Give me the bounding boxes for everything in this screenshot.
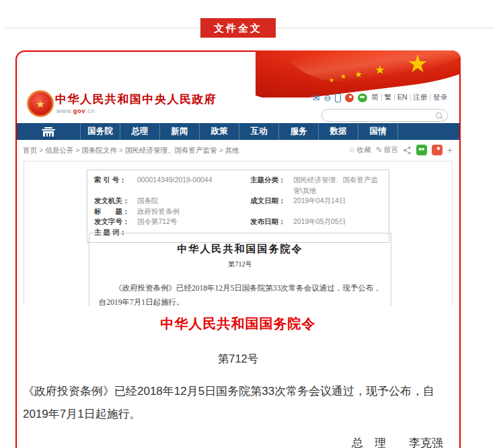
breadcrumb-info-disclosure[interactable]: 信息公开 — [45, 146, 73, 154]
national-emblem-logo[interactable]: ★ — [27, 90, 54, 117]
home-tiananmen-icon — [40, 127, 57, 137]
decree-preview-title: 中华人民共和国国务院令 — [99, 243, 381, 256]
search-input[interactable] — [328, 110, 431, 120]
meta-label: 成文日期： — [250, 196, 293, 207]
meta-value-written-date: 2019年04月14日 — [293, 196, 346, 207]
comment-button[interactable]: ✎留言 — [376, 145, 398, 155]
meta-row: 发文字号：国令第712号 发布日期：2019年05月05日 — [94, 217, 382, 227]
lang-english-link[interactable]: EN — [397, 93, 408, 101]
meta-row: 发文机关：国务院 成文日期：2019年04月14日 — [94, 196, 382, 207]
breadcrumb-bar: 首页>信息公开>国务院文件>国民经济管理、国有资产监管>其他 ☆收藏 ✎留言 + — [17, 140, 459, 160]
more-share-button[interactable]: + — [447, 145, 453, 155]
register-link[interactable]: 注册 — [413, 93, 427, 101]
mobile-icon[interactable] — [335, 94, 341, 102]
meta-label: 发文字号： — [94, 217, 137, 227]
header-utility-row: ✉ ⊖ 简|繁|EN|注册|登录 — [313, 93, 447, 102]
meta-label: 索 引 号： — [94, 175, 137, 196]
comment-label: 留言 — [384, 145, 398, 155]
fulltext-number: 第712号 — [17, 352, 459, 367]
search-icon[interactable] — [436, 112, 442, 118]
login-link[interactable]: 登录 — [433, 93, 447, 101]
meta-value-document-number: 国令第712号 — [137, 217, 178, 227]
meta-row: 索 引 号：000014349/2019-00044 主题分类：国民经济管理、国… — [94, 175, 382, 196]
link-divider: | — [381, 93, 383, 101]
url-highlight: gov — [73, 107, 85, 114]
share-icon[interactable] — [403, 146, 412, 155]
lang-links: 简|繁|EN|注册|登录 — [371, 93, 447, 102]
nav-filler — [397, 123, 459, 140]
breadcrumb-home[interactable]: 首页 — [23, 146, 37, 154]
nav-item-news[interactable]: 新闻 — [159, 123, 199, 140]
wechat-share-icon[interactable] — [416, 145, 427, 155]
page-tools: ☆收藏 ✎留言 + — [348, 145, 453, 155]
meta-label: 发文机关： — [94, 196, 137, 207]
nav-item-national[interactable]: 国情 — [358, 123, 397, 140]
breadcrumb-separator: > — [219, 146, 223, 154]
fulltext-title: 中华人民共和国国务院令 — [17, 315, 459, 333]
decree-preview-number: 第712号 — [99, 260, 381, 269]
nav-item-interaction[interactable]: 互动 — [239, 123, 278, 140]
page: 文件全文 ★ ★ ★ ★ ★ ★ 中华人民共和国中央人民政府 www.gov.c… — [0, 0, 499, 448]
decree-preview-body: 《政府投资条例》已经2018年12月5日国务院第33次常务会议通过，现予公布，自… — [99, 281, 381, 305]
meta-value-topic-category: 国民经济管理、国有资产监管\其他 — [293, 175, 382, 196]
pencil-icon: ✎ — [376, 146, 383, 154]
fulltext-body: 《政府投资条例》已经2018年12月5日国务院第33次常务会议通过，现予公布，自… — [23, 380, 455, 426]
breadcrumb-documents[interactable]: 国务院文件 — [81, 146, 117, 154]
site-url: www.gov.cn — [56, 107, 95, 114]
lang-traditional-link[interactable]: 繁 — [385, 93, 392, 101]
breadcrumb-separator: > — [39, 146, 43, 154]
fulltext-section: 中华人民共和国国务院令 第712号 《政府投资条例》已经2018年12月5日国务… — [17, 307, 459, 448]
section-title-badge: 文件全文 — [200, 18, 276, 38]
main-navigation: 国务院 总理 新闻 政策 互动 服务 数据 国情 — [17, 123, 459, 140]
meta-label: 发布日期： — [250, 217, 293, 227]
breadcrumb-category[interactable]: 国民经济管理、国有资产监管 — [125, 146, 217, 154]
meta-label — [250, 207, 293, 217]
search-box — [321, 109, 448, 122]
url-prefix: www. — [56, 107, 73, 114]
breadcrumb: 首页>信息公开>国务院文件>国民经济管理、国有资产监管>其他 — [23, 146, 239, 155]
meta-label: 标 题： — [94, 207, 137, 217]
favorite-label: 收藏 — [357, 145, 371, 155]
emblem-star-icon: ★ — [36, 99, 44, 109]
circle-minus-icon[interactable]: ⊖ — [324, 94, 332, 102]
nav-item-data[interactable]: 数据 — [318, 123, 358, 140]
breadcrumb-separator: > — [119, 146, 123, 154]
govcn-screenshot: ★ 中华人民共和国中央人民政府 www.gov.cn ✉ ⊖ 简|繁|EN|注册… — [17, 52, 459, 305]
fulltext-signature: 总 理 李克强 — [17, 435, 459, 448]
link-divider: | — [410, 93, 412, 101]
document-metadata-table: 索 引 号：000014349/2019-00044 主题分类：国民经济管理、国… — [87, 170, 389, 243]
url-suffix: .cn — [85, 107, 95, 114]
site-title: 中华人民共和国中央人民政府 — [55, 91, 217, 107]
nav-item-services[interactable]: 服务 — [278, 123, 318, 140]
link-divider: | — [429, 93, 431, 101]
favorite-star-icon: ☆ — [348, 146, 356, 154]
nav-home-item[interactable] — [17, 123, 80, 140]
meta-label: 主题分类： — [250, 175, 293, 196]
favorite-button[interactable]: ☆收藏 — [348, 145, 371, 155]
meta-value-title: 政府投资条例 — [137, 207, 180, 217]
breadcrumb-other[interactable]: 其他 — [225, 146, 239, 154]
nav-item-premier[interactable]: 总理 — [120, 123, 159, 140]
meta-value-publish-date: 2019年05月05日 — [293, 217, 346, 227]
lang-simplified-link[interactable]: 简 — [371, 93, 379, 101]
link-divider: | — [393, 93, 395, 101]
meta-value-index-number: 000014349/2019-00044 — [137, 175, 213, 196]
nav-item-policy[interactable]: 政策 — [199, 123, 239, 140]
meta-row: 标 题：政府投资条例 — [94, 207, 382, 217]
meta-value-issuing-agency: 国务院 — [137, 196, 159, 207]
wechat-icon[interactable] — [358, 94, 367, 102]
document-panel: 索 引 号：000014349/2019-00044 主题分类：国民经济管理、国… — [24, 161, 453, 305]
govcn-header: ★ 中华人民共和国中央人民政府 www.gov.cn ✉ ⊖ 简|繁|EN|注册… — [17, 89, 459, 124]
breadcrumb-separator: > — [75, 146, 79, 154]
document-card: ★ ★ ★ ★ ★ ★ 中华人民共和国中央人民政府 www.gov.cn ✉ ⊖ — [15, 50, 461, 448]
mail-icon[interactable]: ✉ — [313, 94, 320, 102]
nav-item-state-council[interactable]: 国务院 — [80, 123, 120, 140]
weibo-share-icon[interactable] — [432, 145, 443, 155]
weibo-icon[interactable] — [345, 94, 354, 102]
badge-container: 文件全文 — [15, 18, 461, 38]
decree-preview-box: 中华人民共和国国务院令 第712号 《政府投资条例》已经2018年12月5日国务… — [89, 233, 391, 305]
